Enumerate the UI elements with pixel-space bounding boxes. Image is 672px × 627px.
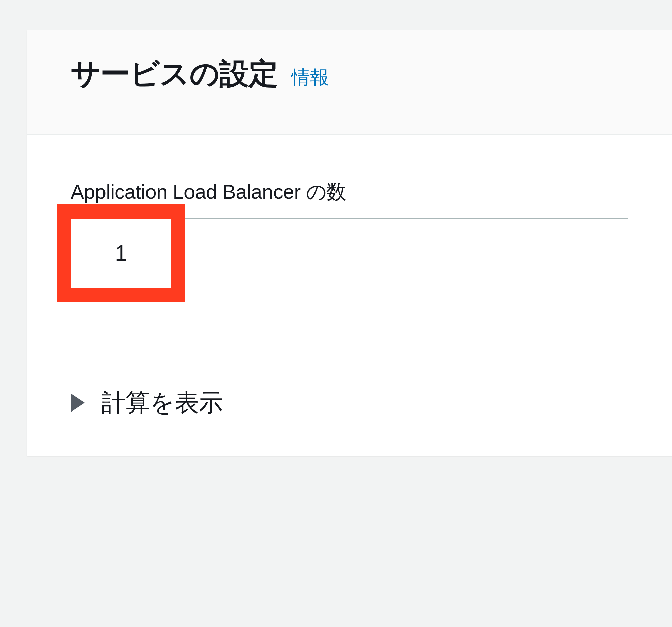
caret-right-icon bbox=[71, 393, 85, 412]
panel-title: サービスの設定 bbox=[71, 54, 278, 94]
alb-count-row bbox=[71, 218, 628, 288]
show-calculation-toggle[interactable]: 計算を表示 bbox=[27, 356, 672, 456]
show-calculation-label: 計算を表示 bbox=[101, 387, 223, 419]
panel-header: サービスの設定 情報 bbox=[27, 30, 672, 135]
alb-count-input[interactable] bbox=[71, 218, 171, 288]
service-settings-panel: サービスの設定 情報 Application Load Balancer の数 … bbox=[27, 30, 672, 456]
alb-count-label: Application Load Balancer の数 bbox=[71, 179, 628, 206]
highlight-annotation bbox=[71, 218, 171, 288]
panel-body: Application Load Balancer の数 bbox=[27, 135, 672, 356]
info-link[interactable]: 情報 bbox=[291, 65, 329, 90]
alb-count-input-extension[interactable] bbox=[171, 218, 628, 288]
